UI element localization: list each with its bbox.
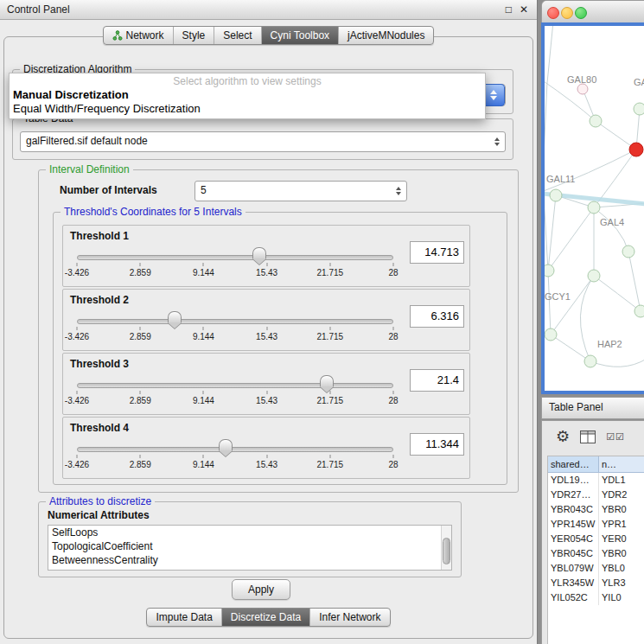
threshold-value-field[interactable]: 21.4 <box>410 369 464 392</box>
minimize-traffic-light-icon[interactable] <box>561 7 573 19</box>
network-node[interactable] <box>550 189 562 201</box>
threshold-value-field[interactable]: 6.316 <box>410 305 464 328</box>
list-item[interactable]: BetweennessCentrality <box>48 553 441 567</box>
tab-jactivemnodules[interactable]: jActiveMNodules <box>338 27 433 44</box>
table-row[interactable]: YBR045CYBR0 <box>548 546 644 561</box>
tab-label: Select <box>223 29 252 41</box>
table-row[interactable]: YLR345WYLR3 <box>548 576 644 590</box>
column-header-name[interactable]: n… <box>599 456 644 473</box>
threshold-slider: -3.4262.8599.14415.4321.71528 <box>70 374 400 411</box>
table-cell: YDR27… <box>548 488 599 502</box>
apply-button[interactable]: Apply <box>232 579 290 600</box>
network-node[interactable] <box>622 245 634 258</box>
tab-label: Network <box>126 29 164 41</box>
close-traffic-light-icon[interactable] <box>547 7 559 19</box>
table-row[interactable]: YPR145WYPR1 <box>548 517 644 532</box>
select-columns-checkboxes-icon[interactable]: ☑☑ <box>606 431 625 443</box>
table-columns-icon[interactable] <box>580 430 596 443</box>
slider-tick <box>203 263 204 266</box>
network-node[interactable] <box>588 270 600 282</box>
table-row[interactable]: YBL079WYBL0 <box>548 561 644 576</box>
table-row[interactable]: YER054CYER0 <box>548 532 644 546</box>
tab-impute-data[interactable]: Impute Data <box>147 609 220 626</box>
table-row[interactable]: YDR27…YDR2 <box>548 488 644 502</box>
slider-tick-label: -3.426 <box>65 460 89 469</box>
network-canvas[interactable]: GAL80 GA GAL11 GAL4 GCY1 HAP2 <box>545 26 644 391</box>
numerical-attributes-label: Numerical Attributes <box>48 509 150 521</box>
slider-tick <box>203 327 204 330</box>
slider-tick-label: 2.859 <box>130 396 151 405</box>
threshold-label: Threshold 4 <box>70 422 129 434</box>
network-node[interactable] <box>590 115 602 127</box>
settings-gear-icon[interactable]: ⚙ <box>556 427 570 446</box>
attributes-scrollbar[interactable] <box>441 526 451 570</box>
threshold-4-panel: Threshold 4 -3.4262.8599.14415.4321.7152… <box>62 417 470 479</box>
network-node[interactable] <box>577 84 588 94</box>
table-row[interactable]: YBR043CYBR0 <box>548 502 644 517</box>
slider-track[interactable]: -3.4262.8599.14415.4321.71528 <box>77 310 393 347</box>
tab-select[interactable]: Select <box>214 27 260 44</box>
network-node[interactable] <box>634 305 644 317</box>
dropdown-item-manual-discretization[interactable]: Manual Discretization <box>10 88 485 102</box>
group-title: Attributes to discretize <box>46 495 155 507</box>
slider-tick-label: 9.144 <box>193 268 214 277</box>
table-panel-titlebar[interactable]: Table Panel <box>541 397 644 419</box>
slider-tick <box>140 327 141 330</box>
slider-tick <box>329 327 330 330</box>
slider-tick-label: 28 <box>388 332 398 341</box>
tab-network[interactable]: Network <box>104 27 173 44</box>
slider-tick-label: 15.43 <box>256 268 277 277</box>
threshold-2-panel: Threshold 2 -3.4262.8599.14415.4321.7152… <box>62 289 470 351</box>
slider-tick-label: 21.715 <box>317 460 344 469</box>
slider-tick-label: -3.426 <box>65 332 89 341</box>
network-node-selected[interactable] <box>629 143 643 156</box>
list-item[interactable]: SelfLoops <box>48 526 441 539</box>
slider-tick <box>393 455 394 458</box>
threshold-value-field[interactable]: 14.713 <box>410 241 464 264</box>
slider-thumb[interactable] <box>320 375 334 387</box>
slider-tick-label: 21.715 <box>317 396 344 405</box>
zoom-traffic-light-icon[interactable] <box>575 7 587 19</box>
slider-thumb[interactable] <box>168 311 182 323</box>
tab-style[interactable]: Style <box>173 27 214 44</box>
float-window-icon[interactable]: □ <box>506 0 512 19</box>
slider-track[interactable]: -3.4262.8599.14415.4321.71528 <box>77 374 393 411</box>
slider-tick-label: 28 <box>388 396 398 405</box>
table-data-group: Table Data galFiltered.sif default node <box>12 118 513 160</box>
network-node[interactable] <box>584 355 596 367</box>
numerical-attributes-list[interactable]: SelfLoopsTopologicalCoefficientBetweenne… <box>48 525 452 571</box>
network-window-titlebar[interactable] <box>541 0 644 24</box>
threshold-value-field[interactable]: 11.344 <box>410 433 464 456</box>
slider-track[interactable]: -3.4262.8599.14415.4321.71528 <box>77 438 393 475</box>
table-data-combo[interactable]: galFiltered.sif default node <box>20 131 506 152</box>
threshold-3-panel: Threshold 3 -3.4262.8599.14415.4321.7152… <box>62 353 470 415</box>
table-row[interactable]: YIL052CYIL0 <box>548 590 644 605</box>
slider-tick <box>203 455 204 458</box>
network-node[interactable] <box>545 328 557 341</box>
dropdown-item-equal-width-frequency[interactable]: Equal Width/Frequency Discretization <box>10 102 485 116</box>
tab-infer-network[interactable]: Infer Network <box>309 609 389 626</box>
network-node[interactable] <box>634 103 644 115</box>
close-window-icon[interactable]: ✕ <box>520 0 528 19</box>
slider-tick <box>329 263 330 266</box>
combo-arrows-icon <box>494 137 500 146</box>
threshold-label: Threshold 3 <box>70 358 129 370</box>
column-header-shared-name[interactable]: shared… <box>548 456 599 473</box>
slider-thumb[interactable] <box>219 439 233 451</box>
tab-cyni-toolbox[interactable]: Cyni Toolbox <box>261 27 338 44</box>
table-row[interactable]: YDL19…YDL1 <box>548 473 644 488</box>
bottom-tab-bar: Impute Data Discretize Data Infer Networ… <box>0 608 537 627</box>
number-of-intervals-combo[interactable]: 5 <box>194 181 407 201</box>
desktop: Control Panel □ ✕ Network <box>0 0 644 644</box>
list-item[interactable]: TopologicalCoefficient <box>48 539 441 553</box>
table-cell: YBR045C <box>548 546 599 561</box>
tab-label: jActiveMNodules <box>348 29 424 41</box>
slider-track[interactable]: -3.4262.8599.14415.4321.71528 <box>77 246 393 283</box>
table-panel-window: ⚙ ☑☑ shared… n… YDL19…YDL1YDR27…YDR2YBR0… <box>541 420 644 644</box>
tab-discretize-data[interactable]: Discretize Data <box>221 609 309 626</box>
slider-tick-label: 21.715 <box>317 268 344 277</box>
slider-thumb[interactable] <box>252 247 266 259</box>
network-node[interactable] <box>545 265 554 277</box>
scrollbar-thumb[interactable] <box>443 538 450 564</box>
network-node[interactable] <box>588 201 600 214</box>
